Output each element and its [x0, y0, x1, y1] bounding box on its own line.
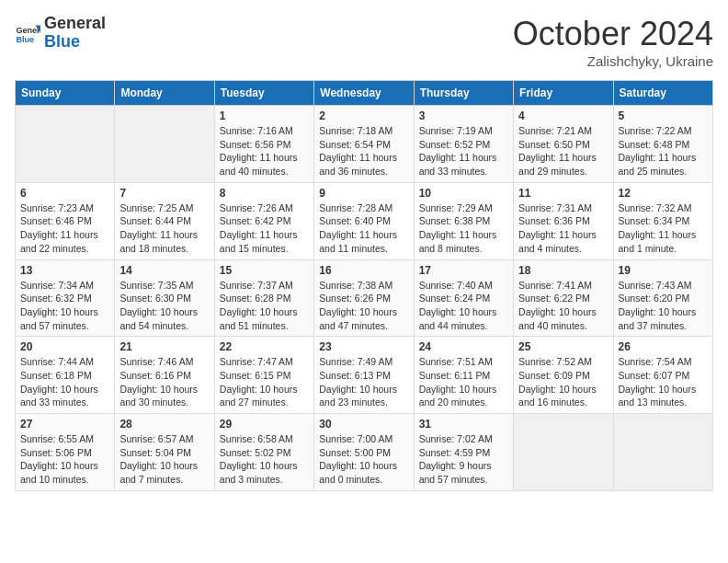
day-cell: 28Sunrise: 6:57 AMSunset: 5:04 PMDayligh… [115, 414, 214, 491]
title-block: October 2024 Zalishchyky, Ukraine [513, 15, 713, 69]
day-cell: 22Sunrise: 7:47 AMSunset: 6:15 PMDayligh… [214, 337, 313, 414]
day-info: Sunrise: 7:00 AMSunset: 5:00 PMDaylight:… [319, 432, 408, 487]
day-cell: 2Sunrise: 7:18 AMSunset: 6:54 PMDaylight… [314, 106, 414, 183]
day-cell: 14Sunrise: 7:35 AMSunset: 6:30 PMDayligh… [115, 259, 214, 337]
week-row-4: 20Sunrise: 7:44 AMSunset: 6:18 PMDayligh… [16, 337, 713, 414]
day-number: 28 [119, 418, 209, 431]
day-cell: 11Sunrise: 7:31 AMSunset: 6:36 PMDayligh… [514, 182, 613, 259]
day-cell [16, 106, 115, 183]
day-cell: 29Sunrise: 6:58 AMSunset: 5:02 PMDayligh… [214, 414, 313, 491]
col-header-saturday: Saturday [613, 81, 712, 106]
day-info: Sunrise: 7:28 AMSunset: 6:40 PMDaylight:… [319, 201, 408, 256]
day-cell: 19Sunrise: 7:43 AMSunset: 6:20 PMDayligh… [613, 259, 712, 337]
day-cell: 16Sunrise: 7:38 AMSunset: 6:26 PMDayligh… [314, 259, 414, 337]
day-number: 19 [619, 264, 708, 277]
day-number: 30 [319, 418, 408, 431]
day-cell [115, 106, 214, 183]
day-info: Sunrise: 7:21 AMSunset: 6:50 PMDaylight:… [518, 124, 608, 178]
day-number: 20 [20, 340, 109, 353]
day-cell: 17Sunrise: 7:40 AMSunset: 6:24 PMDayligh… [414, 259, 513, 337]
day-info: Sunrise: 6:57 AMSunset: 5:04 PMDaylight:… [119, 432, 209, 487]
calendar-table: SundayMondayTuesdayWednesdayThursdayFrid… [15, 80, 713, 491]
day-info: Sunrise: 7:25 AMSunset: 6:44 PMDaylight:… [119, 201, 209, 256]
day-info: Sunrise: 7:44 AMSunset: 6:18 PMDaylight:… [20, 355, 109, 409]
day-number: 13 [20, 264, 109, 277]
day-number: 14 [119, 264, 209, 277]
svg-text:Blue: Blue [16, 35, 34, 44]
day-number: 8 [220, 187, 309, 200]
day-info: Sunrise: 7:16 AMSunset: 6:56 PMDaylight:… [220, 124, 309, 178]
day-number: 4 [518, 109, 608, 122]
day-number: 11 [518, 187, 608, 200]
day-info: Sunrise: 7:43 AMSunset: 6:20 PMDaylight:… [619, 279, 708, 333]
week-row-5: 27Sunrise: 6:55 AMSunset: 5:06 PMDayligh… [16, 414, 713, 491]
day-cell: 26Sunrise: 7:54 AMSunset: 6:07 PMDayligh… [613, 337, 712, 414]
day-info: Sunrise: 7:38 AMSunset: 6:26 PMDaylight:… [319, 279, 408, 333]
day-cell: 3Sunrise: 7:19 AMSunset: 6:52 PMDaylight… [414, 106, 513, 183]
day-info: Sunrise: 7:47 AMSunset: 6:15 PMDaylight:… [220, 355, 309, 409]
day-number: 6 [20, 187, 109, 200]
day-cell: 1Sunrise: 7:16 AMSunset: 6:56 PMDaylight… [214, 106, 313, 183]
day-info: Sunrise: 7:19 AMSunset: 6:52 PMDaylight:… [419, 124, 508, 178]
week-row-1: 1Sunrise: 7:16 AMSunset: 6:56 PMDaylight… [16, 106, 713, 183]
day-info: Sunrise: 7:35 AMSunset: 6:30 PMDaylight:… [119, 279, 209, 333]
day-info: Sunrise: 7:51 AMSunset: 6:11 PMDaylight:… [419, 355, 508, 409]
day-info: Sunrise: 7:26 AMSunset: 6:42 PMDaylight:… [220, 201, 309, 256]
day-info: Sunrise: 7:37 AMSunset: 6:28 PMDaylight:… [220, 279, 309, 333]
day-info: Sunrise: 7:29 AMSunset: 6:38 PMDaylight:… [419, 201, 508, 256]
day-cell [613, 414, 712, 491]
day-cell: 10Sunrise: 7:29 AMSunset: 6:38 PMDayligh… [414, 182, 513, 259]
day-cell: 7Sunrise: 7:25 AMSunset: 6:44 PMDaylight… [115, 182, 214, 259]
day-info: Sunrise: 7:49 AMSunset: 6:13 PMDaylight:… [319, 355, 408, 409]
day-info: Sunrise: 7:18 AMSunset: 6:54 PMDaylight:… [319, 124, 408, 178]
day-number: 3 [419, 109, 508, 122]
day-cell: 27Sunrise: 6:55 AMSunset: 5:06 PMDayligh… [16, 414, 115, 491]
day-number: 2 [319, 109, 408, 122]
day-info: Sunrise: 7:02 AMSunset: 4:59 PMDaylight:… [419, 432, 508, 487]
day-number: 22 [220, 340, 309, 353]
day-info: Sunrise: 7:31 AMSunset: 6:36 PMDaylight:… [518, 201, 608, 256]
day-info: Sunrise: 7:40 AMSunset: 6:24 PMDaylight:… [419, 279, 508, 333]
day-cell: 21Sunrise: 7:46 AMSunset: 6:16 PMDayligh… [115, 337, 214, 414]
day-number: 24 [419, 340, 508, 353]
day-number: 21 [119, 340, 209, 353]
day-number: 29 [220, 418, 309, 431]
day-info: Sunrise: 6:58 AMSunset: 5:02 PMDaylight:… [220, 432, 309, 487]
location: Zalishchyky, Ukraine [513, 53, 713, 69]
day-info: Sunrise: 7:41 AMSunset: 6:22 PMDaylight:… [518, 279, 608, 333]
day-cell: 31Sunrise: 7:02 AMSunset: 4:59 PMDayligh… [414, 414, 513, 491]
col-header-tuesday: Tuesday [214, 81, 313, 106]
col-header-wednesday: Wednesday [314, 81, 414, 106]
col-header-sunday: Sunday [16, 81, 115, 106]
month-title: October 2024 [513, 15, 713, 53]
day-number: 16 [319, 264, 408, 277]
day-info: Sunrise: 7:23 AMSunset: 6:46 PMDaylight:… [20, 201, 109, 256]
logo: General Blue General Blue [15, 15, 106, 52]
day-cell: 13Sunrise: 7:34 AMSunset: 6:32 PMDayligh… [16, 259, 115, 337]
day-cell: 4Sunrise: 7:21 AMSunset: 6:50 PMDaylight… [514, 106, 613, 183]
day-number: 18 [518, 264, 608, 277]
day-number: 27 [20, 418, 109, 431]
week-row-2: 6Sunrise: 7:23 AMSunset: 6:46 PMDaylight… [16, 182, 713, 259]
day-info: Sunrise: 7:22 AMSunset: 6:48 PMDaylight:… [619, 124, 708, 178]
day-number: 31 [419, 418, 508, 431]
day-cell: 23Sunrise: 7:49 AMSunset: 6:13 PMDayligh… [314, 337, 414, 414]
day-number: 15 [220, 264, 309, 277]
day-number: 26 [619, 340, 708, 353]
day-number: 10 [419, 187, 508, 200]
day-info: Sunrise: 7:34 AMSunset: 6:32 PMDaylight:… [20, 279, 109, 333]
col-header-friday: Friday [514, 81, 613, 106]
col-header-thursday: Thursday [414, 81, 513, 106]
day-cell: 15Sunrise: 7:37 AMSunset: 6:28 PMDayligh… [214, 259, 313, 337]
day-cell: 12Sunrise: 7:32 AMSunset: 6:34 PMDayligh… [613, 182, 712, 259]
page-header: General Blue General Blue October 2024 Z… [15, 15, 713, 69]
day-cell: 9Sunrise: 7:28 AMSunset: 6:40 PMDaylight… [314, 182, 414, 259]
day-cell: 25Sunrise: 7:52 AMSunset: 6:09 PMDayligh… [514, 337, 613, 414]
day-cell: 24Sunrise: 7:51 AMSunset: 6:11 PMDayligh… [414, 337, 513, 414]
day-number: 5 [619, 109, 708, 122]
logo-text-general: General [44, 15, 106, 33]
day-number: 23 [319, 340, 408, 353]
day-info: Sunrise: 7:52 AMSunset: 6:09 PMDaylight:… [518, 355, 608, 409]
day-number: 7 [119, 187, 209, 200]
logo-text-blue: Blue [44, 33, 106, 52]
